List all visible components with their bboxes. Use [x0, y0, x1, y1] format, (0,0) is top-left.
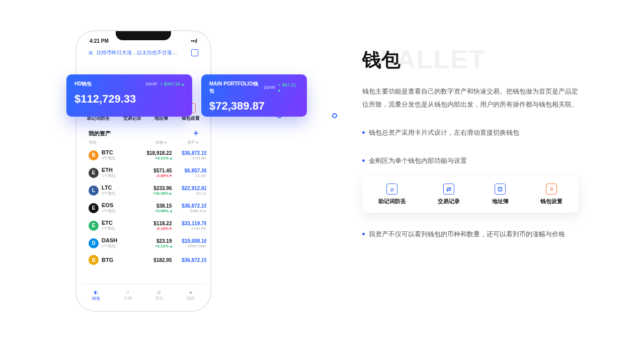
coin-icon: E: [89, 168, 99, 178]
coin-price: $38.15: [139, 203, 172, 209]
col-value[interactable]: 资产 ▾: [167, 140, 198, 145]
coin-symbol: LTC: [102, 185, 139, 191]
coin-change: +10.36% ▴: [139, 191, 172, 196]
coin-value: $36,872.19: [172, 150, 207, 156]
wallet-name: HD钱包: [74, 80, 92, 87]
phone-frame: 4:21 PM ••ıl ≡ 比特币昨日大涨，以太坊也不甘落… ⌕助记词防丢⇄交…: [75, 30, 211, 312]
assets-title: 我的资产: [89, 130, 111, 137]
asset-row-EOS[interactable]: EEOS1个地址$38.15+3.89% ▴$36,872.192980 Eos: [80, 199, 206, 217]
tab-market[interactable]: ıll行情: [124, 290, 132, 301]
coin-symbol: BTC: [102, 149, 139, 155]
coin-value: $22,912.82: [172, 186, 207, 191]
coin-amount: 4898 Dash: [172, 244, 207, 248]
coin-price: $118.22: [139, 221, 172, 226]
wallet-card-main[interactable]: MAIN PORTFOLIO钱包 24HR + $97.11 ▴ $72,389…: [201, 74, 307, 117]
coin-amount: 2980 Eos: [172, 209, 207, 213]
wallet-card-hd[interactable]: HD钱包 24HR + $467.54 ▴ $112,729.33: [66, 74, 192, 117]
coin-change: +3.11% ▴: [139, 156, 172, 160]
coin-symbol: BTG: [102, 257, 139, 263]
ticker-text[interactable]: 比特币昨日大涨，以太坊也不甘落…: [97, 49, 187, 56]
asset-row-DASH[interactable]: DDASH1个地址$23.19+3.11% ▴$19,008.164898 Da…: [80, 234, 206, 252]
kk-label: 地址簿: [492, 198, 509, 205]
kk-icon: ≡: [546, 184, 557, 195]
coin-amount: 1190 Etc: [172, 226, 207, 231]
coin-addresses: 1个地址: [102, 226, 139, 231]
coin-change: -9.19% ▾: [139, 226, 172, 231]
asset-row-BTG[interactable]: BBTG$182.95$36,872.19: [80, 252, 206, 268]
wallet-value: $112,729.33: [74, 93, 184, 106]
kk-action-2[interactable]: ⊡地址簿: [492, 184, 509, 205]
coin-amount: 33 Ltc: [172, 191, 207, 196]
coin-icon: E: [89, 221, 99, 231]
connector-dot-icon: [332, 113, 337, 118]
coin-price: $182.95: [139, 257, 172, 263]
kk-action-3[interactable]: ≡钱包设置: [540, 184, 562, 205]
kk-action-1[interactable]: ⇄交易记录: [438, 184, 460, 205]
col-coin[interactable]: 币种: [89, 140, 135, 145]
coin-addresses: 1个地址: [102, 208, 139, 214]
status-time: 4:21 PM: [90, 38, 109, 44]
bullet-kingkong: 金刚区为单个钱包内部功能与设置: [369, 154, 467, 167]
coin-change: -0.89% ▾: [139, 173, 172, 178]
coin-icon: B: [89, 150, 99, 160]
coin-amount: 2.09 Btc: [172, 156, 207, 160]
tab-me[interactable]: ◆我的: [187, 290, 195, 301]
coin-value: $6,857.36: [172, 168, 207, 173]
tab-wallet[interactable]: ◧钱包: [92, 290, 100, 301]
kk-icon: ⇄: [443, 184, 454, 195]
coin-icon: B: [89, 255, 99, 265]
status-signal: ••ıl: [191, 38, 197, 44]
wallet-value: $72,389.87: [209, 100, 299, 113]
coin-price: $18,918.22: [139, 150, 172, 156]
bullet-cards: 钱包总资产采用卡片式设计，左右滑动直接切换钱包: [369, 126, 519, 139]
coin-price: $571.45: [139, 168, 172, 173]
scan-icon[interactable]: [191, 49, 198, 56]
wallet-period: 24HR: [145, 81, 157, 86]
intro-text: 钱包主要功能是查看自己的数字资产和快速交易。把钱包做为首页是产品定位所致，流量分…: [362, 85, 579, 111]
tab-news[interactable]: ▤资讯: [155, 290, 163, 301]
coin-value: $36,872.19: [172, 257, 207, 263]
coin-symbol: EOS: [102, 202, 139, 208]
wallet-name: MAIN PORTFOLIO钱包: [209, 80, 261, 95]
coin-symbol: DASH: [102, 237, 139, 243]
coin-addresses: 2个地址: [102, 191, 139, 196]
coin-addresses: 3个地址: [102, 155, 139, 161]
kk-label: 助记词防丢: [378, 198, 406, 205]
coin-addresses: 1个地址: [102, 243, 139, 249]
kk-label: 交易记录: [438, 198, 460, 205]
menu-icon[interactable]: ≡: [89, 49, 93, 57]
wallet-delta: + $97.11 ▴: [278, 82, 299, 93]
wallet-period: 24HR: [264, 85, 275, 90]
actions-card: ⌕助记词防丢⇄交易记录⊡地址簿≡钱包设置: [362, 175, 579, 213]
asset-row-LTC[interactable]: LLTC2个地址$233.96+10.36% ▴$22,912.8233 Ltc: [80, 182, 206, 199]
coin-change: +3.11% ▴: [139, 244, 172, 248]
coin-amount: 12 Eth: [172, 173, 207, 178]
page-title: 钱包: [362, 47, 579, 73]
asset-row-BTC[interactable]: BBTC3个地址$18,918.22+3.11% ▴$36,872.192.09…: [80, 146, 206, 164]
coin-icon: L: [89, 186, 99, 196]
asset-row-ETC[interactable]: EETC1个地址$118.22-9.19% ▾$33,119.781190 Et…: [80, 217, 206, 234]
coin-symbol: ETC: [102, 220, 139, 226]
kk-action-0[interactable]: ⌕助记词防丢: [378, 184, 406, 205]
notch-icon: [116, 31, 171, 40]
coin-icon: E: [89, 203, 99, 213]
coin-addresses: 1个地址: [102, 173, 139, 178]
coin-icon: D: [89, 238, 99, 248]
wallet-delta: + $467.54 ▴: [160, 81, 184, 86]
bullet-assets: 我资产不仅可以看到钱包的币种和数量，还可以看到币的涨幅与价格: [369, 228, 565, 241]
coin-value: $36,872.19: [172, 203, 207, 209]
coin-change: +3.89% ▴: [139, 209, 172, 213]
tab-bar: ◧钱包 ıll行情 ▤资讯 ◆我的: [80, 284, 206, 307]
add-asset-button[interactable]: +: [194, 129, 198, 138]
kk-icon: ⊡: [495, 184, 506, 195]
kk-icon: ⌕: [386, 184, 397, 195]
col-price[interactable]: 价格 ▾: [135, 140, 167, 145]
coin-price: $233.96: [139, 186, 172, 191]
coin-symbol: ETH: [102, 167, 139, 173]
coin-value: $33,119.78: [172, 221, 207, 226]
asset-row-ETH[interactable]: EETH1个地址$571.45-0.89% ▾$6,857.3612 Eth: [80, 164, 206, 182]
coin-value: $19,008.16: [172, 238, 207, 244]
coin-price: $23.19: [139, 238, 172, 244]
kk-label: 钱包设置: [540, 198, 562, 205]
